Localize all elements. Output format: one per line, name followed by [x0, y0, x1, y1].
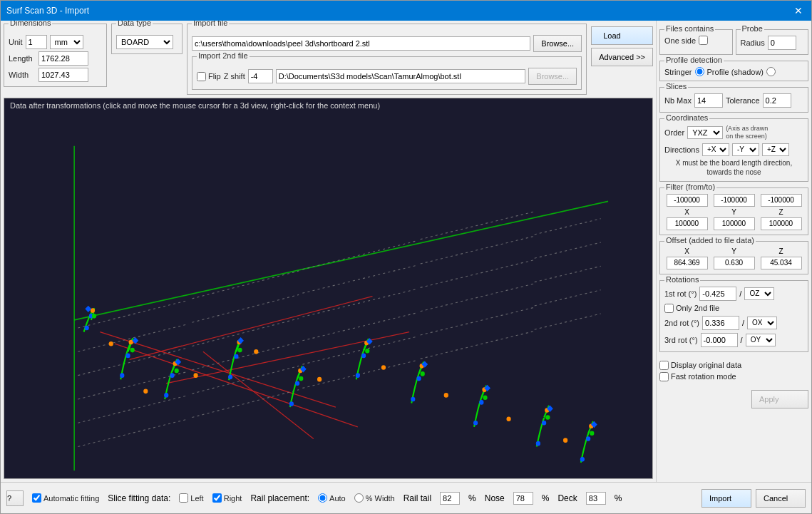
profile-detection-group: Profile detection Stringer Profile (shad… [659, 61, 808, 81]
svg-point-48 [175, 369, 179, 374]
offset-z-cell: Z [759, 247, 803, 269]
fast-rotation-checkbox[interactable] [659, 372, 669, 381]
svg-point-58 [361, 354, 366, 359]
percent-width-radio[interactable] [354, 493, 364, 503]
filter-x-max-input[interactable] [667, 217, 708, 230]
radius-label: Radius [741, 38, 765, 47]
automatic-fitting-checkbox[interactable] [32, 493, 41, 503]
close-button[interactable]: ✕ [791, 4, 806, 18]
svg-point-85 [563, 438, 567, 443]
display-original-label: Display original data [659, 361, 808, 370]
auto-radio[interactable] [318, 493, 327, 503]
only-2nd-file-label: Only 2nd file [676, 304, 719, 312]
width-input[interactable] [38, 68, 88, 82]
files-probe-row: Files contains One side Probe Radius [659, 26, 808, 55]
import-file-input[interactable] [192, 36, 530, 51]
svg-point-79 [193, 373, 197, 378]
rot1-input[interactable] [699, 287, 736, 301]
apply-button-container: Apply [659, 390, 808, 408]
tolerance-input[interactable] [763, 93, 791, 108]
stringer-radio[interactable] [695, 67, 704, 76]
one-side-label: One side [664, 36, 696, 45]
import-button[interactable]: Import [701, 489, 751, 508]
import-2nd-browse-button[interactable]: Browse... [528, 68, 577, 85]
slice-fitting-label: Slice fitting data: [108, 493, 170, 503]
rot2-slash: / [742, 319, 744, 327]
cancel-button[interactable]: Cancel [756, 489, 806, 508]
help-button[interactable]: ? [6, 490, 24, 506]
offset-z-input[interactable] [761, 257, 802, 269]
offset-z-label: Z [778, 247, 783, 255]
rotations-title: Rotations [664, 275, 700, 284]
rot2-input[interactable] [702, 316, 739, 330]
right-checkbox[interactable] [212, 493, 222, 503]
svg-point-62 [416, 376, 421, 381]
action-buttons: Load Advanced >> [591, 24, 653, 66]
one-side-checkbox[interactable] [699, 36, 708, 45]
probe-group: Probe Radius [736, 29, 809, 55]
main-dialog: Surf Scan 3D - Import ✕ Dimensions Unit … [0, 0, 812, 514]
radius-input[interactable] [768, 36, 796, 50]
import-browse-button[interactable]: Browse... [533, 35, 582, 52]
svg-point-82 [381, 365, 386, 370]
filter-x-min-input[interactable] [667, 194, 708, 207]
dir-z-select[interactable]: +Z -Z [762, 143, 789, 156]
dir-x-select[interactable]: +X -X [702, 143, 729, 156]
data-type-title: Data type [116, 21, 153, 27]
rot3-label: 3rd rot (°) [664, 336, 698, 344]
nb-max-input[interactable] [694, 93, 723, 108]
rot1-axis-select[interactable]: OZ OX OY [744, 287, 774, 300]
nose-input[interactable] [513, 492, 533, 505]
filter-x-cell: X [664, 194, 709, 230]
deck-input[interactable] [586, 492, 606, 505]
svg-point-65 [473, 421, 478, 426]
filter-y-max-input[interactable] [714, 217, 755, 230]
svg-point-77 [109, 341, 113, 346]
offset-x-input[interactable] [667, 257, 708, 269]
only-2nd-file-checkbox[interactable] [664, 304, 674, 313]
offset-group: Offset (added to file data) X Y Z [659, 241, 808, 274]
rot2-axis-select[interactable]: OX OY OZ [747, 317, 777, 329]
data-type-select[interactable]: BOARD SURF [116, 35, 173, 49]
filter-y-label: Y [731, 208, 736, 216]
svg-point-76 [590, 431, 594, 436]
svg-point-74 [586, 436, 590, 441]
dir-y-select[interactable]: -Y +Y [732, 143, 759, 156]
canvas-area[interactable]: Data after transformations (click and mo… [4, 98, 653, 479]
advanced-button[interactable]: Advanced >> [591, 48, 653, 66]
order-select[interactable]: YXZ XYZ ZXY [687, 126, 723, 139]
dimensions-group: Dimensions Unit mm cm inch Length [4, 24, 107, 87]
files-contains-group: Files contains One side [659, 29, 733, 55]
import-2nd-file-group: Import 2nd file Flip Z shift Browse... [192, 56, 582, 90]
svg-point-72 [545, 415, 550, 420]
flip-checkbox[interactable] [197, 72, 206, 81]
axis-note: (Axis as drawnon the screen) [726, 125, 768, 140]
filter-y-min-input[interactable] [714, 194, 755, 207]
profile-shadow-radio[interactable] [766, 67, 776, 76]
z-shift-input[interactable] [248, 69, 273, 83]
unit-dropdown[interactable]: mm cm inch [50, 35, 83, 49]
title-bar-buttons: ✕ [791, 4, 806, 18]
svg-point-66 [479, 400, 483, 405]
rail-tail-input[interactable] [440, 492, 460, 505]
load-button[interactable]: Load [591, 26, 653, 45]
import-2nd-path-input[interactable] [276, 69, 526, 83]
filter-x-label: X [684, 208, 689, 216]
stringer-label: Stringer [664, 68, 692, 76]
display-original-checkbox[interactable] [659, 361, 669, 370]
slices-group: Slices Nb Max Tolerance [659, 87, 808, 113]
filter-z-min-input[interactable] [761, 194, 802, 207]
length-input[interactable] [38, 51, 88, 66]
left-checkbox[interactable] [179, 493, 188, 503]
rot3-axis-select[interactable]: OY OX OZ [746, 334, 776, 346]
main-content: Dimensions Unit mm cm inch Length [1, 21, 811, 482]
offset-y-input[interactable] [714, 257, 755, 269]
svg-point-60 [365, 349, 369, 354]
directions-label: Directions [664, 145, 699, 154]
unit-input[interactable] [26, 35, 47, 49]
filter-z-max-input[interactable] [761, 217, 802, 230]
filter-z-label: Z [778, 208, 783, 216]
rot3-input[interactable] [701, 333, 738, 347]
svg-point-40 [92, 314, 96, 319]
apply-button[interactable]: Apply [751, 390, 808, 408]
